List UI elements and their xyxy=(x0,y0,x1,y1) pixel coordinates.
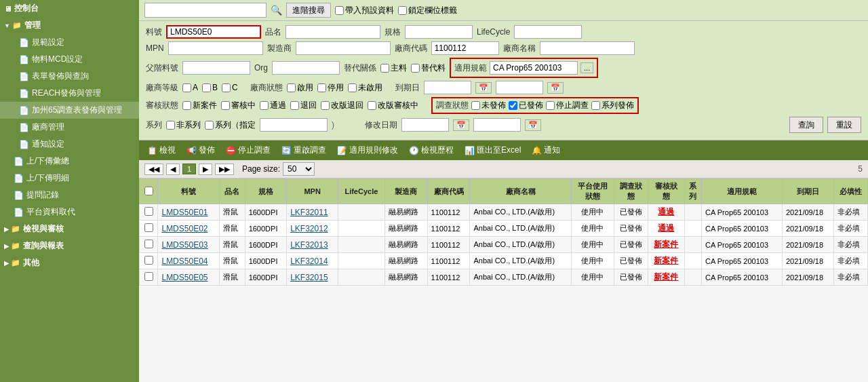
row-checkbox[interactable] xyxy=(144,240,153,248)
row-mpn[interactable]: LKF32012 xyxy=(287,221,338,237)
audit-returned-label[interactable]: 退回 xyxy=(290,100,317,111)
survey-series-publish-checkbox[interactable] xyxy=(591,101,600,110)
row-checkbox[interactable] xyxy=(144,272,153,281)
sidebar-section-review[interactable]: ▶ 📁 檢視與審核 xyxy=(0,221,139,237)
series-value-input[interactable] xyxy=(260,118,328,132)
row-material-no[interactable]: LMDS50E04 xyxy=(158,253,219,269)
page-size-select[interactable]: 50 100 200 xyxy=(283,162,315,176)
expiry-to-cal-btn[interactable]: 📅 xyxy=(547,82,564,94)
material-no-input[interactable] xyxy=(166,25,261,39)
modified-from-cal-btn[interactable]: 📅 xyxy=(453,119,469,131)
row-checkbox[interactable] xyxy=(144,207,153,216)
row-checkbox-cell[interactable] xyxy=(140,253,158,269)
sidebar-item-upload-detail[interactable]: 📄 上/下傳明細 xyxy=(0,170,139,187)
applicable-norm-input[interactable] xyxy=(490,61,578,75)
sidebar-item-vendor-mgmt[interactable]: 📄 廠商管理 xyxy=(0,119,139,136)
survey-not-published-checkbox[interactable] xyxy=(471,101,480,110)
audit-reviewing-label[interactable]: 審核中 xyxy=(221,100,256,111)
next-page-btn[interactable]: ▶ xyxy=(199,164,212,175)
parent-material-input[interactable] xyxy=(182,61,250,75)
survey-stop-checkbox[interactable] xyxy=(546,101,555,110)
sidebar-item-question-record[interactable]: 📄 提問記錄 xyxy=(0,187,139,204)
modified-to-cal-btn[interactable]: 📅 xyxy=(525,119,541,131)
row-checkbox-cell[interactable] xyxy=(140,221,158,237)
audit-new-label[interactable]: 新案件 xyxy=(182,100,217,111)
row-material-no[interactable]: LMDS50E02 xyxy=(158,221,219,237)
prev-page-btn[interactable]: ◀ xyxy=(166,164,180,175)
view-history-button[interactable]: 🕐 檢視歷程 xyxy=(406,143,456,157)
vendor-level-b-checkbox[interactable] xyxy=(202,83,211,92)
survey-not-published-label[interactable]: 未發佈 xyxy=(471,100,506,111)
notify-button[interactable]: 🔔 通知 xyxy=(529,143,563,157)
sidebar-item-rules-setting[interactable]: 📄 規範設定 xyxy=(0,34,139,51)
row-checkbox-cell[interactable] xyxy=(140,237,158,253)
audit-returned-checkbox[interactable] xyxy=(290,101,299,110)
survey-published-checkbox[interactable] xyxy=(509,101,517,110)
org-input[interactable] xyxy=(272,61,340,75)
row-checkbox-cell[interactable] xyxy=(140,269,158,286)
sidebar-item-ca65-survey[interactable]: 📄 加州65調查表發佈與管理 xyxy=(0,102,139,119)
vendor-disable-label[interactable]: 停用 xyxy=(317,82,344,94)
vendor-level-c-checkbox[interactable] xyxy=(222,83,231,92)
last-page-btn[interactable]: ▶▶ xyxy=(215,164,234,175)
audit-reviewing-checkbox[interactable] xyxy=(221,101,230,110)
row-material-no[interactable]: LMDS50E03 xyxy=(158,237,219,253)
main-material-checkbox-label[interactable]: 主料 xyxy=(380,62,407,74)
sub-material-checkbox-label[interactable]: 替代料 xyxy=(411,62,446,74)
row-audit-status[interactable]: 新案件 xyxy=(648,269,685,286)
sidebar-section-control-panel[interactable]: 🖥 控制台 xyxy=(0,0,139,17)
row-audit-status[interactable]: 新案件 xyxy=(648,253,685,269)
audit-approved-label[interactable]: 通過 xyxy=(260,100,286,111)
sidebar-item-notify-setting[interactable]: 📄 通知設定 xyxy=(0,136,139,153)
row-mpn[interactable]: LKF32015 xyxy=(287,269,338,286)
vendor-enable-label[interactable]: 啟用 xyxy=(287,82,313,94)
publish-button[interactable]: 📢 發佈 xyxy=(184,143,218,157)
modified-to-input[interactable] xyxy=(473,118,521,132)
expiry-from-input[interactable] xyxy=(424,81,471,94)
stop-survey-button[interactable]: ⛔ 停止調查 xyxy=(223,143,273,157)
applicable-norm-btn[interactable]: ... xyxy=(580,62,593,73)
vendor-level-c-label[interactable]: C xyxy=(222,83,238,92)
expiry-to-input[interactable] xyxy=(496,81,543,94)
vendor-not-enabled-checkbox[interactable] xyxy=(348,83,357,92)
lock-field-checkbox[interactable] xyxy=(398,6,407,15)
sidebar-item-platform-data[interactable]: 📄 平台資料取代 xyxy=(0,204,139,221)
sidebar-section-other[interactable]: ▶ 📁 其他 xyxy=(0,254,139,271)
vendor-disable-checkbox[interactable] xyxy=(317,83,326,92)
audit-revised-reviewing-label[interactable]: 改版審核中 xyxy=(368,100,418,111)
sub-material-checkbox[interactable] xyxy=(411,64,420,73)
query-button[interactable]: 查詢 xyxy=(789,117,823,133)
vendor-enable-checkbox[interactable] xyxy=(287,83,296,92)
audit-revised-reviewing-checkbox[interactable] xyxy=(368,101,376,110)
row-checkbox[interactable] xyxy=(144,256,153,265)
sidebar-item-upload-summary[interactable]: 📄 上/下傳彙總 xyxy=(0,153,139,170)
audit-revised-returned-label[interactable]: 改版退回 xyxy=(321,100,363,111)
re-survey-button[interactable]: 🔄 重啟調查 xyxy=(279,143,329,157)
current-page-btn[interactable]: 1 xyxy=(182,164,196,174)
audit-approved-checkbox[interactable] xyxy=(260,101,269,110)
row-material-no[interactable]: LMDS50E05 xyxy=(158,269,219,286)
lock-field-checkbox-label[interactable]: 鎖定欄位標籤 xyxy=(398,5,457,16)
export-excel-button[interactable]: 📊 匯出至Excel xyxy=(462,143,524,157)
sidebar-item-reach-publish[interactable]: 📄 REACH發佈與管理 xyxy=(0,85,139,102)
vendor-level-a-label[interactable]: A xyxy=(182,83,198,92)
main-material-checkbox[interactable] xyxy=(380,64,389,73)
sidebar-item-material-mcd[interactable]: 📄 物料MCD設定 xyxy=(0,51,139,68)
norm-modify-button[interactable]: 📝 適用規則修改 xyxy=(334,143,401,157)
row-checkbox-cell[interactable] xyxy=(140,204,158,221)
sidebar-section-query-report[interactable]: ▶ 📁 查詢與報表 xyxy=(0,237,139,254)
vendor-not-enabled-label[interactable]: 未啟用 xyxy=(348,82,382,94)
vendor-level-b-label[interactable]: B xyxy=(202,83,218,92)
sidebar-item-form-publish[interactable]: 📄 表單發佈與查詢 xyxy=(0,68,139,85)
mpn-input[interactable] xyxy=(168,41,263,55)
row-mpn[interactable]: LKF32013 xyxy=(287,237,338,253)
series-specified-label[interactable]: 系列（指定 xyxy=(205,119,256,131)
vendor-name-input[interactable] xyxy=(540,41,635,55)
survey-stop-label[interactable]: 停止調查 xyxy=(546,100,589,111)
row-audit-status[interactable]: 新案件 xyxy=(648,237,685,253)
top-search-input[interactable] xyxy=(144,3,267,18)
survey-series-publish-label[interactable]: 系列發佈 xyxy=(591,100,634,111)
modified-from-input[interactable] xyxy=(401,118,449,132)
vendor-level-a-checkbox[interactable] xyxy=(182,83,191,92)
advanced-search-button[interactable]: 進階搜尋 xyxy=(286,3,331,18)
